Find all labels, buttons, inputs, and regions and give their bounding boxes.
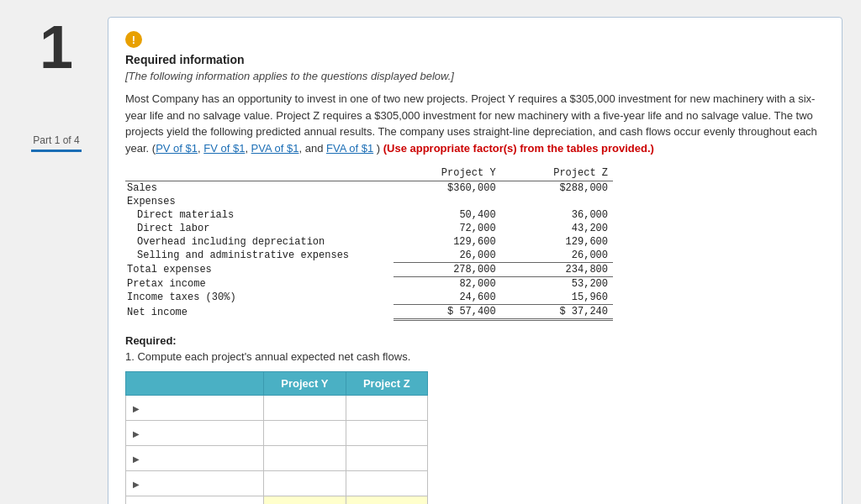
row-label: Income taxes (30%): [125, 291, 394, 305]
row-label: Total expenses: [125, 263, 394, 277]
answer-table: Project Y Project Z: [125, 371, 428, 504]
row-y: 278,000: [394, 263, 501, 277]
answer-row: [126, 471, 428, 496]
answer-label: [126, 446, 264, 471]
required-item-1: 1. Compute each project's annual expecte…: [125, 350, 825, 363]
table-header-z: Project Z: [501, 166, 613, 181]
required-section: Required: 1. Compute each project's annu…: [125, 334, 825, 504]
right-panel: ! Required information [The following in…: [108, 17, 843, 504]
row-y: $ 57,400: [394, 305, 501, 320]
row-z: 129,600: [501, 235, 613, 249]
row-z: 43,200: [501, 222, 613, 235]
answer-value-y[interactable]: [264, 446, 346, 471]
answer-row-total: [126, 496, 428, 505]
row-y: 82,000: [394, 277, 501, 291]
row-label: Direct labor: [125, 222, 394, 235]
bold-instruction: (Use appropriate factor(s) from the tabl…: [383, 142, 654, 155]
alert-icon: !: [125, 31, 142, 48]
answer-value-z-total[interactable]: [346, 496, 427, 505]
answer-label: [126, 471, 264, 496]
answer-value-y[interactable]: [264, 396, 346, 421]
row-z: $ 37,240: [501, 305, 613, 320]
italics-note: [The following information applies to th…: [125, 70, 825, 82]
pva-link[interactable]: PVA of $1: [251, 142, 299, 155]
row-z: [501, 195, 613, 208]
table-row: Income taxes (30%) 24,600 15,960: [125, 291, 613, 305]
table-row: Selling and administrative expenses 26,0…: [125, 249, 613, 263]
row-label: Expenses: [125, 195, 394, 208]
table-header-y: Project Y: [394, 166, 501, 181]
row-y: [394, 195, 501, 208]
table-row: Direct labor 72,000 43,200: [125, 222, 613, 235]
required-info-title: Required information: [125, 53, 825, 66]
answer-row: [126, 446, 428, 471]
row-z: 15,960: [501, 291, 613, 305]
question-number: 1: [40, 17, 73, 77]
table-row: Pretax income 82,000 53,200: [125, 277, 613, 291]
part-underline: [31, 150, 82, 152]
answer-value-z[interactable]: [346, 421, 427, 446]
answer-value-z[interactable]: [346, 471, 427, 496]
answer-value-z[interactable]: [346, 396, 427, 421]
answer-value-y[interactable]: [264, 471, 346, 496]
page-container: 1 Part 1 of 4 ! Required information [Th…: [18, 17, 843, 504]
answer-label: [126, 396, 264, 421]
answer-header-z: Project Z: [346, 372, 427, 396]
row-z: 26,000: [501, 249, 613, 263]
row-label: Pretax income: [125, 277, 394, 291]
row-y: $360,000: [394, 181, 501, 196]
table-row: Sales $360,000 $288,000: [125, 181, 613, 196]
row-z: $288,000: [501, 181, 613, 196]
row-y: 26,000: [394, 249, 501, 263]
table-row: Overhead including depreciation 129,600 …: [125, 235, 613, 249]
row-y: 50,400: [394, 208, 501, 222]
fva-link[interactable]: FVA of $1: [326, 142, 373, 155]
row-label: Net income: [125, 305, 394, 320]
answer-table-container: Project Y Project Z: [125, 371, 825, 504]
answer-header-y: Project Y: [264, 372, 346, 396]
row-z: 36,000: [501, 208, 613, 222]
answer-row: [126, 421, 428, 446]
row-label: Selling and administrative expenses: [125, 249, 394, 263]
required-title: Required:: [125, 334, 825, 347]
row-y: 129,600: [394, 235, 501, 249]
table-row: Expenses: [125, 195, 613, 208]
row-label: Direct materials: [125, 208, 394, 222]
row-y: 24,600: [394, 291, 501, 305]
answer-label: [126, 421, 264, 446]
table-header-label: [125, 166, 394, 181]
row-y: 72,000: [394, 222, 501, 235]
row-label: Sales: [125, 181, 394, 196]
answer-row: [126, 396, 428, 421]
answer-value-z[interactable]: [346, 446, 427, 471]
description-text: Most Company has an opportunity to inves…: [125, 91, 825, 156]
fv-link[interactable]: FV of $1: [203, 142, 245, 155]
pv-link[interactable]: PV of $1: [156, 142, 198, 155]
answer-label-total: [126, 496, 264, 505]
row-z: 53,200: [501, 277, 613, 291]
table-row: Net income $ 57,400 $ 37,240: [125, 305, 613, 320]
answer-value-y-total[interactable]: [264, 496, 346, 505]
row-z: 234,800: [501, 263, 613, 277]
financial-table: Project Y Project Z Sales $360,000 $288,…: [125, 166, 613, 321]
left-panel: 1 Part 1 of 4: [18, 17, 94, 504]
answer-value-y[interactable]: [264, 421, 346, 446]
answer-header-label: [126, 372, 264, 396]
row-label: Overhead including depreciation: [125, 235, 394, 249]
table-row: Direct materials 50,400 36,000: [125, 208, 613, 222]
table-row: Total expenses 278,000 234,800: [125, 263, 613, 277]
part-label: Part 1 of 4: [31, 134, 82, 146]
